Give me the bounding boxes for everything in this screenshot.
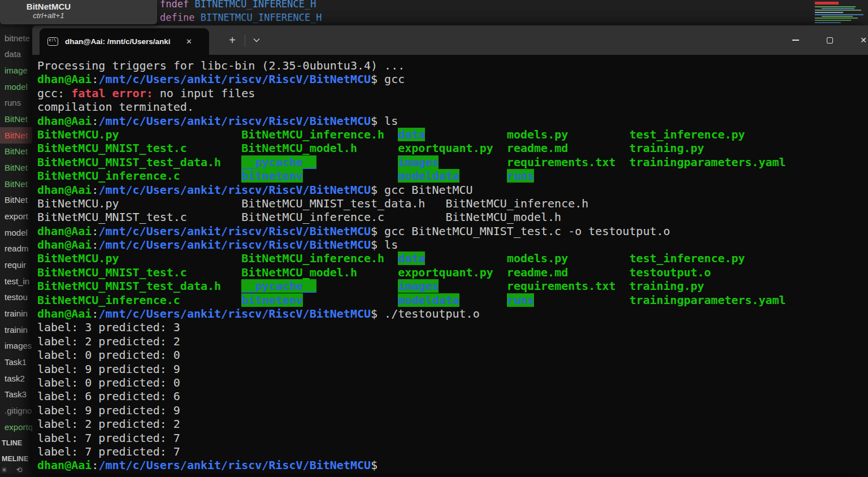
- sidebar-item-exportq[interactable]: exportq: [0, 419, 32, 435]
- terminal-tab[interactable]: c:\ dhan@Aai: /mnt/c/Users/anki ✕: [40, 28, 209, 55]
- terminal-content[interactable]: Processing triggers for libc-bin (2.35-0…: [32, 55, 868, 474]
- code-keyword: define: [160, 12, 194, 23]
- minimize-icon: [792, 40, 799, 40]
- keybinding-tooltip: BitNetMCU ctrl+alt+1: [0, 0, 157, 24]
- terminal-titlebar[interactable]: c:\ dhan@Aai: /mnt/c/Users/anki ✕ + ✕: [32, 25, 868, 55]
- sidebar-item-requir[interactable]: requir: [0, 257, 32, 273]
- terminal-text-segment: compilation terminated.: [37, 100, 194, 114]
- terminal-text-segment: label: 0 predicted: 0: [37, 376, 180, 389]
- terminal-text-segment: [568, 251, 629, 265]
- sidebar-item-test-in[interactable]: test_in: [0, 273, 32, 289]
- sidebar-item-runs[interactable]: runs: [0, 95, 32, 111]
- terminal-text-segment: gcc:: [37, 86, 71, 100]
- sidebar-item--gitigno[interactable]: .gitigno: [0, 402, 32, 419]
- terminal-text-segment: /mnt/c/Users/ankit/riscv/RiscV/BitNetMCU: [98, 458, 371, 472]
- terminal-line: dhan@Aai:/mnt/c/Users/ankit/riscv/RiscV/…: [37, 224, 868, 238]
- explorer-file-list: bitnetedataimagemodelrunsBitNetBitNetBit…: [0, 0, 32, 467]
- terminal-text-segment: testoutput.o: [630, 266, 711, 279]
- new-tab-button[interactable]: +: [223, 32, 241, 49]
- sidebar-section-header[interactable]: MELINE: [0, 451, 32, 467]
- sidebar-item-bitnet[interactable]: BitNet: [0, 159, 32, 176]
- terminal-text-segment: label: 2 predicted: 2: [37, 417, 180, 431]
- terminal-text-segment: BitNetMCU.py: [37, 251, 119, 265]
- terminal-text-segment: modeldata: [398, 293, 459, 307]
- terminal-line: dhan@Aai:/mnt/c/Users/ankit/riscv/RiscV/…: [37, 458, 868, 472]
- terminal-line: gcc: fatal error: no input files: [37, 86, 868, 100]
- sidebar-item-readm[interactable]: readm: [0, 241, 32, 257]
- terminal-text-segment: models.py: [507, 128, 568, 141]
- terminal-line: BitNetMCU_MNIST_test_data.h __pycache__ …: [37, 279, 868, 293]
- terminal-line: BitNetMCU.py BitNetMCU_inference.h data …: [37, 128, 868, 141]
- terminal-line: label: 2 predicted: 2: [37, 417, 868, 431]
- sidebar-item-bitnet[interactable]: BitNet: [0, 127, 32, 144]
- terminal-text-segment: [357, 141, 398, 155]
- terminal-text-segment: $ ls: [371, 114, 398, 128]
- terminal-line: label: 3 predicted: 3: [37, 320, 868, 334]
- minimap[interactable]: [814, 0, 868, 25]
- explorer-sidebar: bitnetedataimagemodelrunsBitNetBitNetBit…: [0, 0, 32, 477]
- sidebar-item-testou[interactable]: testou: [0, 289, 32, 306]
- terminal-text-segment: [221, 279, 241, 293]
- terminal-text-segment: trainingparameters.yaml: [630, 293, 786, 307]
- sidebar-item-bitnete[interactable]: bitnete: [0, 30, 32, 46]
- sidebar-item-bitnet[interactable]: BitNet: [0, 144, 32, 160]
- terminal-text-segment: [425, 128, 507, 141]
- terminal-text-segment: :: [92, 224, 98, 238]
- sidebar-item-task2[interactable]: task2: [0, 370, 32, 387]
- terminal-text-segment: /mnt/c/Users/ankit/riscv/RiscV/BitNetMCU: [98, 183, 371, 197]
- terminal-text-segment: [303, 293, 398, 307]
- close-icon: ✕: [860, 36, 867, 45]
- terminal-text-segment: [119, 251, 242, 265]
- maximize-button[interactable]: [817, 25, 843, 55]
- sidebar-item-model[interactable]: model: [0, 224, 32, 241]
- terminal-line: Processing triggers for libc-bin (2.35-0…: [37, 59, 868, 72]
- terminal-line: dhan@Aai:/mnt/c/Users/ankit/riscv/RiscV/…: [37, 114, 868, 128]
- terminal-text-segment: /mnt/c/Users/ankit/riscv/RiscV/BitNetMCU: [98, 238, 371, 251]
- terminal-text-segment: /mnt/c/Users/ankit/riscv/RiscV/BitNetMCU: [98, 224, 371, 238]
- terminal-line: dhan@Aai:/mnt/c/Users/ankit/riscv/RiscV/…: [37, 307, 868, 320]
- terminal-text-segment: [534, 293, 630, 307]
- tab-dropdown-button[interactable]: [248, 33, 265, 48]
- terminal-text-segment: label: 0 predicted: 0: [37, 348, 180, 362]
- terminal-text-segment: training.py: [630, 141, 704, 155]
- tab-close-icon[interactable]: ✕: [186, 37, 192, 46]
- minimize-button[interactable]: [783, 25, 809, 55]
- sidebar-item-data[interactable]: data: [0, 46, 32, 63]
- sidebar-item-trainin[interactable]: trainin: [0, 305, 32, 322]
- terminal-text-segment: test_inference.py: [630, 128, 745, 141]
- sidebar-item-trainin[interactable]: trainin: [0, 322, 32, 338]
- sidebar-item-task3[interactable]: Task3: [0, 386, 32, 402]
- sidebar-footer-icons[interactable]: ✳ ⟲: [1, 466, 25, 474]
- terminal-text-segment: BitNetMCU_MNIST_test.c: [37, 141, 187, 155]
- terminal-text-segment: Processing triggers for libc-bin (2.35-0…: [37, 59, 405, 72]
- terminal-text-segment: [493, 141, 507, 155]
- terminal-text-segment: [187, 141, 241, 155]
- terminal-text-segment: $ gcc BitNetMCU_MNIST_test.c -o testoutp…: [371, 224, 670, 238]
- terminal-text-segment: [119, 128, 242, 141]
- sidebar-item-bitnet[interactable]: BitNet: [0, 192, 32, 209]
- terminal-text-segment: data: [398, 128, 425, 141]
- terminal-text-segment: BitNetMCU_inference.h: [241, 251, 384, 265]
- terminal-text-segment: [303, 169, 398, 183]
- sidebar-section-header[interactable]: TLINE: [0, 435, 32, 451]
- terminal-line: label: 9 predicted: 9: [37, 362, 868, 376]
- sidebar-item-export[interactable]: export: [0, 208, 32, 224]
- terminal-text-segment: label: 2 predicted: 2: [37, 335, 180, 348]
- sidebar-item-images[interactable]: images: [0, 337, 32, 354]
- close-button[interactable]: ✕: [850, 25, 868, 55]
- terminal-line: dhan@Aai:/mnt/c/Users/ankit/riscv/RiscV/…: [37, 183, 868, 197]
- terminal-text-segment: $ gcc: [371, 72, 405, 86]
- terminal-line: BitNetMCU.py BitNetMCU_inference.h data …: [37, 251, 868, 265]
- terminal-text-segment: images: [398, 155, 439, 169]
- chevron-down-icon: [253, 38, 260, 42]
- sidebar-item-task1[interactable]: Task1: [0, 354, 32, 370]
- tooltip-shortcut: ctrl+alt+1: [0, 11, 97, 20]
- terminal-text-segment: BitNetMCU_inference.c: [37, 169, 180, 183]
- sidebar-item-bitnet[interactable]: BitNet: [0, 111, 32, 127]
- sidebar-item-image[interactable]: image: [0, 62, 32, 79]
- terminal-text-segment: BitNetMCU_inference.h: [241, 128, 384, 141]
- sidebar-item-model[interactable]: model: [0, 79, 32, 95]
- sidebar-item-bitnet[interactable]: BitNet: [0, 176, 32, 192]
- terminal-text-segment: bitnetenv: [241, 169, 302, 183]
- terminal-text-segment: readme.md: [507, 141, 568, 155]
